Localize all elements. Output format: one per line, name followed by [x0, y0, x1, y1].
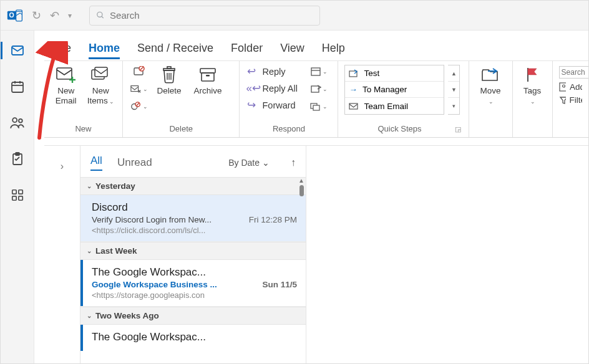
group-label: Two Weeks Ago [95, 311, 159, 320]
archive-button[interactable]: Archive [190, 65, 225, 96]
svg-rect-44 [349, 103, 358, 109]
qat-dropdown-icon[interactable]: ▾ [68, 11, 72, 20]
scroll-up-icon[interactable]: ▲ [298, 177, 304, 184]
new-items-icon [90, 65, 111, 85]
quick-step-label: Test [364, 69, 379, 78]
qs-up-icon[interactable]: ▲ [448, 65, 459, 82]
cleanup-icon[interactable]: ⌄ [130, 82, 148, 96]
message-item[interactable]: Discord Verify Discord Login from New...… [80, 195, 306, 242]
message-item[interactable]: The Google Workspac... [80, 325, 306, 351]
message-sender: Discord [92, 201, 297, 214]
left-navigation-rail [1, 31, 34, 363]
qs-expand-icon[interactable]: ▾ [448, 98, 459, 114]
tab-view[interactable]: View [280, 42, 304, 59]
quick-access-toolbar: ↻ ↶ ▾ [32, 9, 72, 22]
svg-point-10 [12, 118, 17, 122]
ribbon-group-new: New Email New Items⌄ New [44, 61, 123, 137]
svg-rect-37 [206, 75, 210, 77]
message-preview: <https://click.discord.com/ls/cl... [92, 226, 254, 235]
svg-rect-6 [12, 82, 23, 92]
tags-button[interactable]: Tags⌄ [519, 65, 546, 105]
new-items-button[interactable]: New Items⌄ [85, 65, 117, 105]
svg-point-3 [97, 12, 102, 17]
ribbon-group-delete: ⌄ ⌄ Delete Archive Delete [123, 61, 240, 137]
sort-button[interactable]: By Date ⌄ [228, 158, 270, 168]
undo-icon[interactable]: ↶ [50, 9, 59, 22]
sort-order-button[interactable]: ↑ [291, 157, 296, 168]
filter-email-label: Filter Email [570, 95, 582, 105]
forward-button[interactable]: ↪Forward [246, 98, 297, 112]
search-box[interactable] [89, 6, 320, 26]
group-header-two-weeks[interactable]: ⌄ Two Weeks Ago [80, 307, 306, 325]
tab-folder[interactable]: Folder [231, 42, 263, 59]
group-label-respond: Respond [246, 123, 331, 136]
chevron-right-icon: › [61, 161, 64, 363]
meeting-icon[interactable]: ⌄ [310, 65, 328, 79]
svg-point-11 [19, 119, 22, 123]
folder-pane-collapsed[interactable]: › [44, 146, 80, 363]
quick-step-to-manager[interactable]: →To Manager [345, 82, 444, 98]
scrollbar[interactable]: ▲ [298, 177, 304, 198]
message-item[interactable]: The Google Workspac... Google Workspace … [80, 260, 306, 307]
svg-text:O: O [9, 11, 14, 19]
filter-tab-all[interactable]: All [90, 155, 102, 171]
group-label: Yesterday [95, 181, 135, 191]
group-label-tags [519, 123, 546, 136]
quick-steps-spinner[interactable]: ▲ ▼ ▾ [448, 65, 460, 115]
ribbon-group-find: Address Book Filter Email [553, 61, 588, 137]
chevron-down-icon: ⌄ [87, 312, 92, 319]
filter-email-button[interactable]: Filter Email [559, 95, 582, 105]
tab-help[interactable]: Help [322, 42, 345, 59]
qs-down-icon[interactable]: ▼ [448, 82, 459, 98]
move-button[interactable]: Move⌄ [475, 65, 506, 105]
rail-people-icon[interactable] [5, 110, 30, 135]
svg-rect-17 [18, 196, 22, 200]
svg-rect-16 [12, 196, 16, 200]
reply-button[interactable]: ↩Reply [246, 65, 297, 78]
svg-rect-36 [202, 73, 214, 81]
quick-step-test[interactable]: Test [345, 65, 444, 82]
tab-home[interactable]: Home [89, 42, 120, 59]
search-icon [96, 11, 105, 20]
quick-steps-launcher-icon[interactable]: ◲ [455, 125, 462, 133]
quick-steps-gallery[interactable]: Test →To Manager Team Email [344, 65, 444, 115]
mail-area: › All Unread By Date ⌄ ↑ ⌄ Yesterday Dis… [44, 145, 588, 363]
share-icon[interactable]: ⌄ [310, 82, 328, 96]
new-email-button[interactable]: New Email [51, 65, 82, 105]
reply-label: Reply [262, 67, 285, 77]
message-subject: Google Workspace Business ... [92, 280, 217, 289]
svg-point-48 [562, 85, 565, 87]
delete-button[interactable]: Delete [152, 65, 187, 96]
svg-rect-42 [313, 105, 319, 110]
group-header-yesterday[interactable]: ⌄ Yesterday [80, 177, 306, 195]
rail-mail-icon[interactable] [5, 38, 30, 63]
group-header-last-week[interactable]: ⌄ Last Week [80, 242, 306, 260]
ignore-icon[interactable] [130, 65, 148, 79]
rail-calendar-icon[interactable] [5, 74, 30, 99]
junk-icon[interactable]: ⌄ [130, 100, 148, 113]
quick-step-team-email[interactable]: Team Email [345, 98, 444, 114]
svg-rect-15 [18, 190, 22, 194]
sync-icon[interactable]: ↻ [32, 9, 41, 22]
ribbon: New Email New Items⌄ New ⌄ ⌄ Delete [44, 60, 588, 138]
search-people-input[interactable] [559, 66, 588, 79]
message-subject: Verify Discord Login from New... [92, 215, 212, 224]
tab-send-receive[interactable]: Send / Receive [137, 42, 213, 59]
tags-label: Tags⌄ [523, 86, 542, 105]
address-book-button[interactable]: Address Book [559, 82, 582, 92]
rail-apps-icon[interactable] [5, 183, 30, 208]
reply-icon: ↩ [246, 65, 257, 78]
message-time: Sun 11/5 [262, 280, 297, 289]
move-icon [480, 65, 500, 85]
tab-file[interactable]: File [53, 42, 71, 59]
chevron-down-icon: ⌄ [262, 158, 270, 168]
more-respond-icon[interactable]: ⌄ [310, 100, 328, 113]
reply-all-button[interactable]: «↩Reply All [246, 82, 297, 95]
search-input[interactable] [110, 10, 313, 21]
reply-all-icon: «↩ [246, 82, 257, 95]
rail-tasks-icon[interactable] [5, 146, 30, 171]
scroll-thumb[interactable] [299, 185, 304, 196]
chevron-down-icon: ⌄ [87, 183, 92, 189]
forward-icon: ↪ [246, 98, 257, 112]
filter-tab-unread[interactable]: Unread [117, 156, 152, 169]
